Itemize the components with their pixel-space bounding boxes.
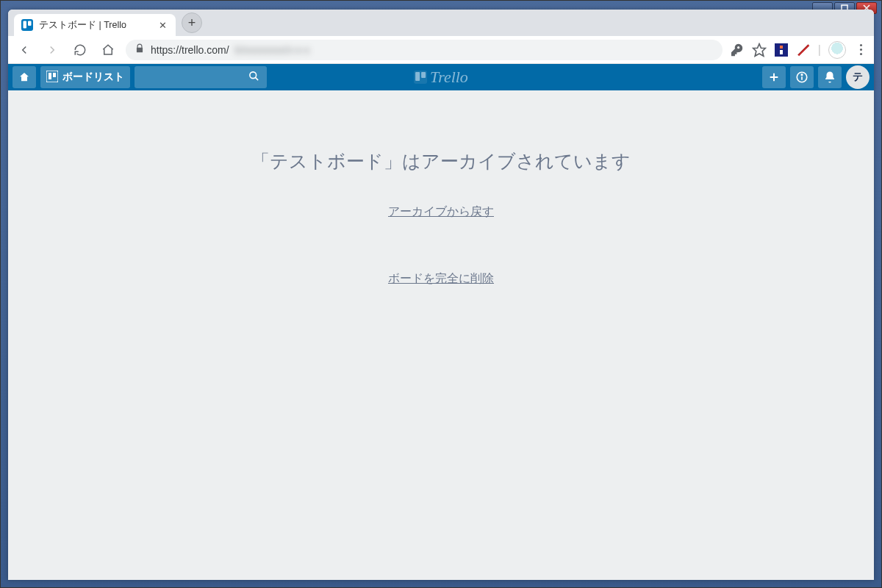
- main-content: 「テストボード」はアーカイブされています アーカイブから戻す ボードを完全に削除: [8, 90, 874, 580]
- extension2-icon[interactable]: [796, 43, 811, 57]
- search-input[interactable]: [142, 72, 259, 83]
- delete-board-link[interactable]: ボードを完全に削除: [388, 272, 494, 284]
- svg-rect-13: [53, 73, 56, 77]
- url-text: https://trello.com/: [151, 44, 229, 56]
- address-bar-right: |: [730, 41, 868, 59]
- board-list-label: ボードリスト: [62, 71, 124, 84]
- restore-board-link[interactable]: アーカイブから戻す: [388, 205, 494, 218]
- svg-rect-12: [49, 73, 51, 79]
- svg-marker-7: [753, 43, 766, 56]
- header-right: テ: [762, 65, 870, 89]
- extension1-icon[interactable]: [774, 43, 789, 57]
- profile-avatar-icon[interactable]: [828, 41, 846, 59]
- svg-rect-6: [28, 21, 32, 26]
- user-avatar[interactable]: テ: [846, 65, 870, 89]
- star-icon[interactable]: [752, 43, 767, 57]
- lock-icon: [135, 43, 145, 56]
- tab-strip: テストボード | Trello ✕ +: [8, 10, 874, 36]
- address-bar: https://trello.com/ b/xxxxxxxx/x-x-x |: [8, 36, 874, 64]
- url-input[interactable]: https://trello.com/ b/xxxxxxxx/x-x-x: [126, 40, 723, 60]
- board-icon: [46, 71, 58, 85]
- reload-button[interactable]: [70, 40, 90, 60]
- notifications-button[interactable]: [818, 66, 842, 88]
- trello-logo-icon: [414, 71, 427, 84]
- svg-rect-5: [24, 21, 27, 29]
- svg-point-14: [250, 71, 257, 78]
- trello-home-button[interactable]: [12, 66, 36, 88]
- trello-header: ボードリスト Trello テ: [8, 64, 874, 90]
- svg-point-20: [801, 74, 803, 76]
- browser-window: テストボード | Trello ✕ + https://trello.com/ …: [8, 10, 874, 580]
- svg-rect-9: [780, 46, 783, 49]
- trello-logo[interactable]: Trello: [414, 68, 468, 87]
- svg-rect-10: [780, 50, 783, 54]
- home-button[interactable]: [98, 40, 118, 60]
- info-button[interactable]: [790, 66, 814, 88]
- tab-title: テストボード | Trello: [39, 19, 126, 32]
- browser-menu-icon[interactable]: [853, 43, 868, 57]
- back-button[interactable]: [14, 40, 35, 60]
- url-obscured-part: b/xxxxxxxx/x-x-x: [235, 44, 310, 56]
- svg-line-15: [255, 77, 258, 80]
- tab-close-icon[interactable]: ✕: [157, 20, 168, 31]
- avatar-initial: テ: [853, 71, 863, 84]
- header-search[interactable]: [135, 66, 267, 88]
- key-icon[interactable]: [730, 43, 745, 57]
- create-button[interactable]: [762, 66, 786, 88]
- browser-tab[interactable]: テストボード | Trello ✕: [14, 14, 176, 36]
- new-tab-button[interactable]: +: [182, 12, 202, 33]
- board-list-button[interactable]: ボードリスト: [40, 66, 130, 88]
- forward-button[interactable]: [42, 40, 62, 60]
- trello-favicon-icon: [21, 19, 33, 31]
- svg-rect-4: [21, 19, 33, 31]
- search-icon: [248, 71, 259, 85]
- trello-logo-text: Trello: [430, 68, 468, 87]
- svg-rect-11: [46, 71, 58, 82]
- archived-board-title: 「テストボード」はアーカイブされています: [8, 149, 874, 173]
